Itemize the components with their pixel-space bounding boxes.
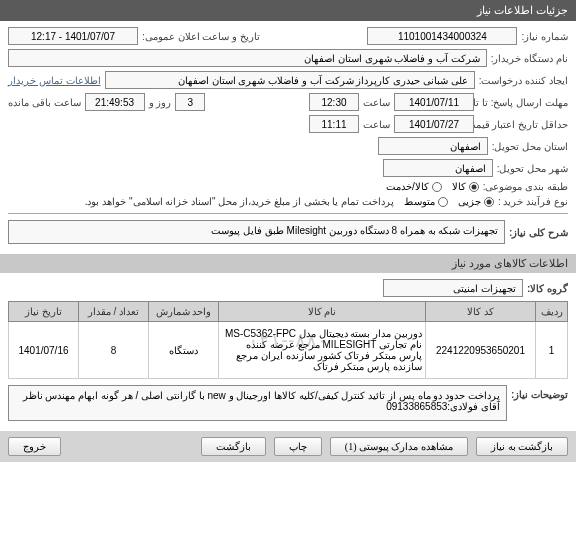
items-section-title: اطلاعات کالاهای مورد نیاز: [452, 257, 568, 269]
validity-label: حداقل تاریخ اعتبار قیمت: تا تاریخ:: [478, 119, 568, 130]
items-section-bar: اطلاعات کالاهای مورد نیاز: [0, 254, 576, 273]
cell-unit: دستگاه: [149, 322, 219, 379]
time-label-2: ساعت: [363, 119, 390, 130]
radio-medium[interactable]: متوسط: [404, 196, 448, 207]
radio-kala[interactable]: کالا: [452, 181, 479, 192]
group-label: گروه کالا:: [527, 283, 568, 294]
grouping-radio-group: کالا کالا/خدمت: [386, 181, 479, 192]
buyer-label: نام دستگاه خریدار:: [491, 53, 568, 64]
deadline-time-field: 12:30: [309, 93, 359, 111]
need-number-field: 1101001434000324: [367, 27, 517, 45]
header-title: جزئیات اطلاعات نیاز: [477, 4, 568, 16]
print-button[interactable]: چاپ: [274, 437, 322, 456]
form-body: شماره نیاز: 1101001434000324 تاریخ و ساع…: [0, 21, 576, 254]
th-date: تاریخ نیاز: [9, 302, 79, 322]
notes-label: توضیحات نیاز:: [511, 385, 568, 400]
process-label: نوع فرآیند خرید :: [498, 196, 568, 207]
city-label: شهر محل تحویل:: [497, 163, 568, 174]
group-field: تجهیزات امنیتی: [383, 279, 523, 297]
validity-time-field: 11:11: [309, 115, 359, 133]
radio-service-label: کالا/خدمت: [386, 181, 429, 192]
radio-kala-label: کالا: [452, 181, 466, 192]
items-body: گروه کالا: تجهیزات امنیتی ردیف کد کالا ن…: [0, 273, 576, 431]
radio-circle-icon: [484, 197, 494, 207]
radio-circle-icon: [432, 182, 442, 192]
radio-partial-label: جزیی: [458, 196, 481, 207]
divider: [8, 213, 568, 214]
cell-date: 1401/07/16: [9, 322, 79, 379]
attachments-button[interactable]: مشاهده مدارک پیوستی (1): [330, 437, 468, 456]
buyer-field: شرکت آب و فاضلاب شهری استان اصفهان: [8, 49, 487, 67]
table-row: 1 2241220953650201 دوربین مدار بسته دیجی…: [9, 322, 568, 379]
process-radio-group: جزیی متوسط: [404, 196, 494, 207]
radio-partial[interactable]: جزیی: [458, 196, 494, 207]
days-and-label: روز و: [149, 97, 172, 108]
items-table-wrap: ردیف کد کالا نام کالا واحد شمارش تعداد /…: [8, 301, 568, 379]
radio-circle-icon: [438, 197, 448, 207]
deadline-date-field: 1401/07/11: [394, 93, 474, 111]
announce-label: تاریخ و ساعت اعلان عمومی:: [142, 31, 260, 42]
remaining-time-field: 21:49:53: [85, 93, 145, 111]
exit-button[interactable]: خروج: [8, 437, 61, 456]
deadline-label: مهلت ارسال پاسخ: تا تاریخ:: [478, 97, 568, 108]
days-field: 3: [175, 93, 205, 111]
radio-circle-icon: [469, 182, 479, 192]
th-row: ردیف: [536, 302, 568, 322]
province-label: استان محل تحویل:: [492, 141, 568, 152]
items-table: ردیف کد کالا نام کالا واحد شمارش تعداد /…: [8, 301, 568, 379]
desc-title: شرح کلی نیاز:: [509, 227, 568, 238]
desc-box: تجهیزات شبکه به همراه 8 دستگاه دوربین Mi…: [8, 220, 505, 244]
th-qty: تعداد / مقدار: [79, 302, 149, 322]
grouping-label: طبقه بندی موضوعی:: [483, 181, 568, 192]
header-bar: جزئیات اطلاعات نیاز: [0, 0, 576, 21]
return-to-need-button[interactable]: بازگشت به نیاز: [476, 437, 568, 456]
announce-field: 1401/07/07 - 12:17: [8, 27, 138, 45]
cell-qty: 8: [79, 322, 149, 379]
remaining-label: ساعت باقی مانده: [8, 97, 81, 108]
city-field: اصفهان: [383, 159, 493, 177]
need-number-label: شماره نیاز:: [521, 31, 568, 42]
table-header-row: ردیف کد کالا نام کالا واحد شمارش تعداد /…: [9, 302, 568, 322]
cell-idx: 1: [536, 322, 568, 379]
th-code: کد کالا: [426, 302, 536, 322]
province-field: اصفهان: [378, 137, 488, 155]
requester-field: علی شبانی حیدری کارپرداز شرکت آب و فاضلا…: [105, 71, 475, 89]
footer-bar: بازگشت به نیاز مشاهده مدارک پیوستی (1) چ…: [0, 431, 576, 462]
notes-box: پرداخت حدود دو ماه پس از تائید کنترل کیف…: [8, 385, 507, 421]
time-label-1: ساعت: [363, 97, 390, 108]
back-button[interactable]: بازگشت: [201, 437, 266, 456]
validity-date-field: 1401/07/27: [394, 115, 474, 133]
th-name: نام کالا: [219, 302, 426, 322]
requester-label: ایجاد کننده درخواست:: [479, 75, 568, 86]
payment-note: پرداخت تمام یا بخشی از مبلغ خرید،از محل …: [85, 196, 394, 207]
radio-medium-label: متوسط: [404, 196, 435, 207]
cell-name: دوربین مدار بسته دیجیتال مدل MS-C5362-FP…: [219, 322, 426, 379]
contact-link[interactable]: اطلاعات تماس خریدار: [8, 75, 101, 86]
cell-code: 2241220953650201: [426, 322, 536, 379]
th-unit: واحد شمارش: [149, 302, 219, 322]
radio-service[interactable]: کالا/خدمت: [386, 181, 442, 192]
